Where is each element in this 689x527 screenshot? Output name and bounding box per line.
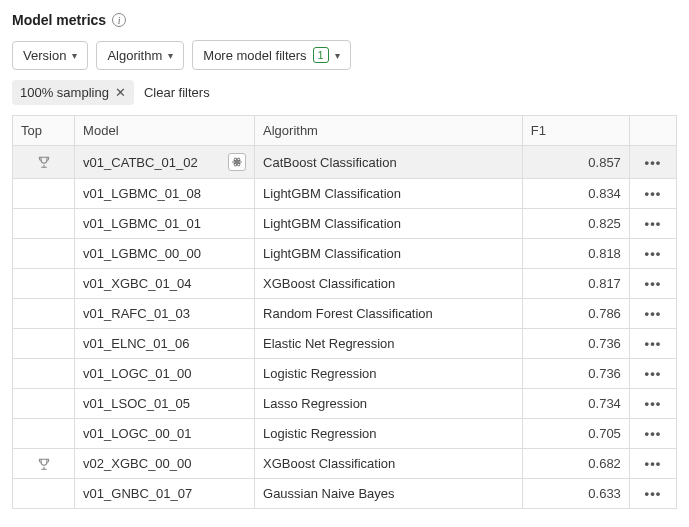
chevron-down-icon: ▾	[335, 50, 340, 61]
f1-cell: 0.633	[522, 479, 629, 509]
svg-point-0	[236, 161, 238, 163]
f1-cell: 0.736	[522, 359, 629, 389]
model-name: v01_LOGC_00_01	[83, 426, 191, 441]
algorithm-cell: Random Forest Classification	[255, 299, 523, 329]
atom-icon[interactable]	[228, 153, 246, 171]
model-cell: v01_LOGC_00_01	[75, 419, 255, 449]
col-top[interactable]: Top	[13, 116, 75, 146]
top-cell	[13, 239, 75, 269]
table-row[interactable]: v01_CATBC_01_02CatBoost Classification0.…	[13, 146, 677, 179]
close-icon[interactable]: ✕	[115, 86, 126, 99]
algorithm-filter-button[interactable]: Algorithm ▾	[96, 41, 184, 70]
trophy-icon	[21, 457, 66, 471]
row-actions-button[interactable]: •••	[629, 239, 676, 269]
model-name: v01_LOGC_01_00	[83, 366, 191, 381]
filter-bar: Version ▾ Algorithm ▾ More model filters…	[12, 40, 677, 70]
algorithm-filter-label: Algorithm	[107, 48, 162, 63]
model-name: v01_GNBC_01_07	[83, 486, 192, 501]
f1-cell: 0.857	[522, 146, 629, 179]
col-actions	[629, 116, 676, 146]
col-algorithm[interactable]: Algorithm	[255, 116, 523, 146]
model-cell: v01_ELNC_01_06	[75, 329, 255, 359]
model-name: v02_XGBC_00_00	[83, 456, 191, 471]
row-actions-button[interactable]: •••	[629, 179, 676, 209]
top-cell	[13, 146, 75, 179]
table-row[interactable]: v01_LGBMC_01_01LightGBM Classification0.…	[13, 209, 677, 239]
version-filter-button[interactable]: Version ▾	[12, 41, 88, 70]
f1-cell: 0.705	[522, 419, 629, 449]
sampling-chip[interactable]: 100% sampling ✕	[12, 80, 134, 105]
model-cell: v01_RAFC_01_03	[75, 299, 255, 329]
f1-cell: 0.736	[522, 329, 629, 359]
table-row[interactable]: v01_GNBC_01_07Gaussian Naive Bayes0.633•…	[13, 479, 677, 509]
col-model[interactable]: Model	[75, 116, 255, 146]
model-cell: v01_XGBC_01_04	[75, 269, 255, 299]
col-f1[interactable]: F1	[522, 116, 629, 146]
algorithm-cell: XGBoost Classification	[255, 449, 523, 479]
row-actions-button[interactable]: •••	[629, 329, 676, 359]
table-row[interactable]: v01_LSOC_01_05Lasso Regression0.734•••	[13, 389, 677, 419]
row-actions-button[interactable]: •••	[629, 479, 676, 509]
row-actions-button[interactable]: •••	[629, 419, 676, 449]
metrics-table: Top Model Algorithm F1 v01_CATBC_01_02Ca…	[12, 115, 677, 509]
more-filters-count: 1	[313, 47, 329, 63]
model-name: v01_RAFC_01_03	[83, 306, 190, 321]
algorithm-cell: XGBoost Classification	[255, 269, 523, 299]
row-actions-button[interactable]: •••	[629, 389, 676, 419]
model-cell: v01_LGBMC_01_01	[75, 209, 255, 239]
row-actions-button[interactable]: •••	[629, 146, 676, 179]
top-cell	[13, 269, 75, 299]
table-row[interactable]: v01_ELNC_01_06Elastic Net Regression0.73…	[13, 329, 677, 359]
top-cell	[13, 299, 75, 329]
model-name: v01_CATBC_01_02	[83, 155, 198, 170]
table-row[interactable]: v01_LOGC_01_00Logistic Regression0.736••…	[13, 359, 677, 389]
algorithm-cell: CatBoost Classification	[255, 146, 523, 179]
table-row[interactable]: v01_LGBMC_00_00LightGBM Classification0.…	[13, 239, 677, 269]
model-cell: v01_LGBMC_01_08	[75, 179, 255, 209]
model-name: v01_LGBMC_00_00	[83, 246, 201, 261]
trophy-icon	[21, 155, 66, 169]
top-cell	[13, 209, 75, 239]
table-row[interactable]: v01_RAFC_01_03Random Forest Classificati…	[13, 299, 677, 329]
row-actions-button[interactable]: •••	[629, 299, 676, 329]
top-cell	[13, 479, 75, 509]
version-filter-label: Version	[23, 48, 66, 63]
sampling-chip-label: 100% sampling	[20, 85, 109, 100]
table-row[interactable]: v01_XGBC_01_04XGBoost Classification0.81…	[13, 269, 677, 299]
chevron-down-icon: ▾	[72, 50, 77, 61]
algorithm-cell: LightGBM Classification	[255, 239, 523, 269]
row-actions-button[interactable]: •••	[629, 209, 676, 239]
chevron-down-icon: ▾	[168, 50, 173, 61]
algorithm-cell: Lasso Regression	[255, 389, 523, 419]
f1-cell: 0.818	[522, 239, 629, 269]
f1-cell: 0.682	[522, 449, 629, 479]
model-name: v01_LGBMC_01_01	[83, 216, 201, 231]
algorithm-cell: Elastic Net Regression	[255, 329, 523, 359]
row-actions-button[interactable]: •••	[629, 269, 676, 299]
row-actions-button[interactable]: •••	[629, 359, 676, 389]
model-name: v01_LGBMC_01_08	[83, 186, 201, 201]
info-icon[interactable]: i	[112, 13, 126, 27]
active-filters-row: 100% sampling ✕ Clear filters	[12, 80, 677, 105]
more-filters-button[interactable]: More model filters 1 ▾	[192, 40, 350, 70]
f1-cell: 0.834	[522, 179, 629, 209]
algorithm-cell: Gaussian Naive Bayes	[255, 479, 523, 509]
table-row[interactable]: v01_LOGC_00_01Logistic Regression0.705••…	[13, 419, 677, 449]
top-cell	[13, 449, 75, 479]
page-title: Model metrics	[12, 12, 106, 28]
row-actions-button[interactable]: •••	[629, 449, 676, 479]
f1-cell: 0.825	[522, 209, 629, 239]
algorithm-cell: Logistic Regression	[255, 419, 523, 449]
clear-filters-link[interactable]: Clear filters	[144, 85, 210, 100]
f1-cell: 0.734	[522, 389, 629, 419]
table-row[interactable]: v02_XGBC_00_00XGBoost Classification0.68…	[13, 449, 677, 479]
table-row[interactable]: v01_LGBMC_01_08LightGBM Classification0.…	[13, 179, 677, 209]
model-cell: v02_XGBC_00_00	[75, 449, 255, 479]
top-cell	[13, 419, 75, 449]
table-header-row: Top Model Algorithm F1	[13, 116, 677, 146]
model-name: v01_ELNC_01_06	[83, 336, 189, 351]
model-name: v01_XGBC_01_04	[83, 276, 191, 291]
model-cell: v01_CATBC_01_02	[75, 146, 255, 179]
model-cell: v01_LOGC_01_00	[75, 359, 255, 389]
algorithm-cell: LightGBM Classification	[255, 179, 523, 209]
